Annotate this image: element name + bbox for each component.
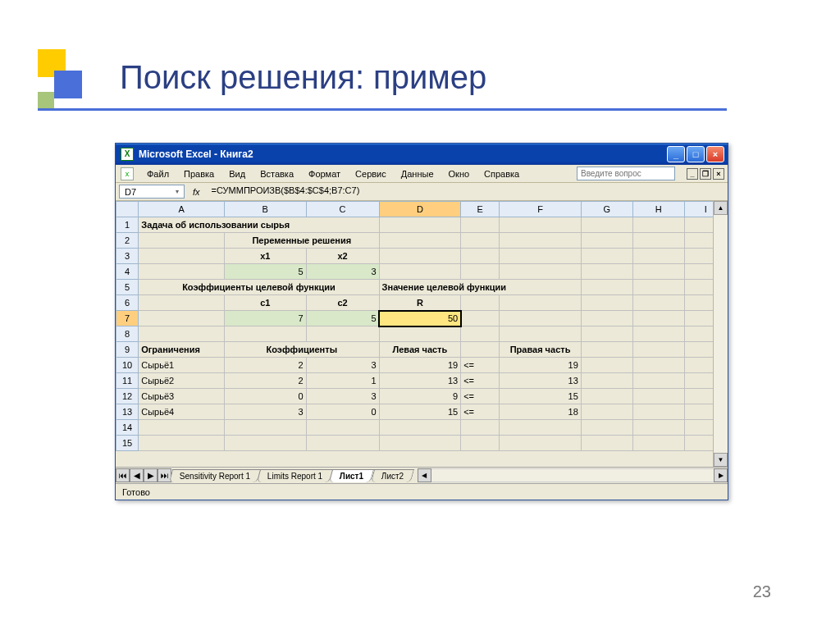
slide-title: Поиск решения: пример bbox=[120, 59, 486, 96]
tab-nav: ⏮ ◀ ▶ ⏭ bbox=[116, 468, 171, 482]
menu-data[interactable]: Данные bbox=[395, 167, 441, 180]
menu-edit[interactable]: Правка bbox=[177, 167, 221, 180]
page-number: 23 bbox=[753, 582, 771, 601]
tab-sheet1[interactable]: Лист1 bbox=[329, 469, 374, 482]
row-10: 10 Сырьё1 2 3 19 <= 19 bbox=[116, 358, 728, 373]
col-header-G[interactable]: G bbox=[581, 202, 632, 217]
menu-bar: x Файл Правка Вид Вставка Формат Сервис … bbox=[116, 165, 728, 183]
menu-file[interactable]: Файл bbox=[140, 167, 176, 180]
col-header-F[interactable]: F bbox=[500, 202, 582, 217]
status-bar: Готово bbox=[116, 483, 728, 500]
col-header-E[interactable]: E bbox=[461, 202, 500, 217]
row-1: 1 Задача об использовании сырья bbox=[116, 217, 728, 233]
col-header-C[interactable]: C bbox=[306, 202, 379, 217]
tab-first-button[interactable]: ⏮ bbox=[116, 468, 130, 482]
scroll-down-button[interactable]: ▼ bbox=[714, 453, 728, 467]
tab-next-button[interactable]: ▶ bbox=[144, 468, 158, 482]
window-titlebar[interactable]: X Microsoft Excel - Книга2 _ □ × bbox=[116, 144, 728, 165]
minimize-button[interactable]: _ bbox=[667, 146, 685, 162]
close-button[interactable]: × bbox=[706, 146, 724, 162]
fx-label[interactable]: fx bbox=[188, 187, 205, 197]
tab-prev-button[interactable]: ◀ bbox=[130, 468, 144, 482]
ask-question-input[interactable] bbox=[577, 167, 675, 180]
status-text: Готово bbox=[122, 487, 150, 497]
col-header-A[interactable]: A bbox=[139, 202, 225, 217]
menu-insert[interactable]: Вставка bbox=[253, 167, 300, 180]
tab-limits[interactable]: Limits Report 1 bbox=[257, 469, 334, 482]
doc-minimize-button[interactable]: _ bbox=[687, 168, 698, 180]
scroll-up-button[interactable]: ▲ bbox=[714, 201, 728, 215]
row-2: 2 Переменные решения bbox=[116, 233, 728, 249]
menu-help[interactable]: Справка bbox=[477, 167, 526, 180]
workbook-icon[interactable]: x bbox=[121, 167, 134, 180]
maximize-button[interactable]: □ bbox=[687, 146, 705, 162]
active-cell-D7[interactable]: 50 bbox=[379, 311, 461, 326]
doc-restore-button[interactable]: ❐ bbox=[700, 168, 711, 180]
col-header-H[interactable]: H bbox=[632, 202, 684, 217]
col-header-B[interactable]: B bbox=[225, 202, 307, 217]
excel-window: X Microsoft Excel - Книга2 _ □ × x Файл … bbox=[115, 143, 728, 500]
row-13: 13 Сырьё4 3 0 15 <= 18 bbox=[116, 404, 728, 420]
row-11: 11 Сырьё2 2 1 13 <= 13 bbox=[116, 373, 728, 389]
menu-tools[interactable]: Сервис bbox=[349, 167, 393, 180]
menu-format[interactable]: Формат bbox=[302, 167, 347, 180]
column-header-row: A B C D E F G H I bbox=[116, 202, 728, 217]
row-5: 5 Коэффициенты целевой функции Значение … bbox=[116, 280, 728, 295]
vertical-scrollbar[interactable]: ▲ ▼ bbox=[713, 201, 728, 467]
row-12: 12 Сырьё3 0 3 9 <= 15 bbox=[116, 389, 728, 404]
title-underline bbox=[38, 108, 727, 111]
excel-icon: X bbox=[121, 148, 134, 161]
doc-close-button[interactable]: × bbox=[713, 168, 724, 180]
row-header[interactable]: 1 bbox=[116, 217, 139, 233]
row-4: 4 5 3 bbox=[116, 264, 728, 280]
menu-window[interactable]: Окно bbox=[442, 167, 477, 180]
cell[interactable]: Задача об использовании сырья bbox=[139, 217, 379, 233]
row-6: 6 c1 c2 R bbox=[116, 295, 728, 311]
col-header-D[interactable]: D bbox=[379, 202, 461, 217]
row-7: 7 7 5 50 bbox=[116, 311, 728, 326]
spreadsheet-grid[interactable]: A B C D E F G H I 1 Задача об использова… bbox=[116, 201, 728, 451]
horizontal-scrollbar[interactable]: ◀ ▶ bbox=[418, 468, 728, 482]
name-box[interactable]: D7 ▾ bbox=[119, 185, 185, 199]
tab-sensitivity[interactable]: Sensitivity Report 1 bbox=[169, 469, 261, 482]
row-8: 8 bbox=[116, 326, 728, 342]
scroll-track[interactable] bbox=[714, 215, 728, 453]
sheet-area: A B C D E F G H I 1 Задача об использова… bbox=[116, 201, 728, 467]
chevron-down-icon[interactable]: ▾ bbox=[176, 188, 179, 195]
slide-deco bbox=[38, 49, 95, 107]
scroll-right-button[interactable]: ▶ bbox=[714, 468, 728, 482]
window-title: Microsoft Excel - Книга2 bbox=[139, 148, 667, 160]
formula-input[interactable]: =СУММПРОИЗВ($B$4:$C$4;B7:C7) bbox=[208, 185, 724, 199]
row-9: 9 Ограничения Коэффициенты Левая часть П… bbox=[116, 342, 728, 358]
row-14: 14 bbox=[116, 420, 728, 436]
sheet-tabs-row: ⏮ ◀ ▶ ⏭ Sensitivity Report 1 Limits Repo… bbox=[116, 467, 728, 483]
select-all-corner[interactable] bbox=[116, 202, 139, 217]
name-box-value: D7 bbox=[125, 187, 136, 197]
scroll-left-button[interactable]: ◀ bbox=[418, 468, 431, 482]
row-3: 3 x1 x2 bbox=[116, 249, 728, 264]
formula-bar: D7 ▾ fx =СУММПРОИЗВ($B$4:$C$4;B7:C7) bbox=[116, 183, 728, 201]
menu-view[interactable]: Вид bbox=[222, 167, 252, 180]
tab-sheet2[interactable]: Лист2 bbox=[370, 469, 414, 482]
row-15: 15 bbox=[116, 436, 728, 451]
